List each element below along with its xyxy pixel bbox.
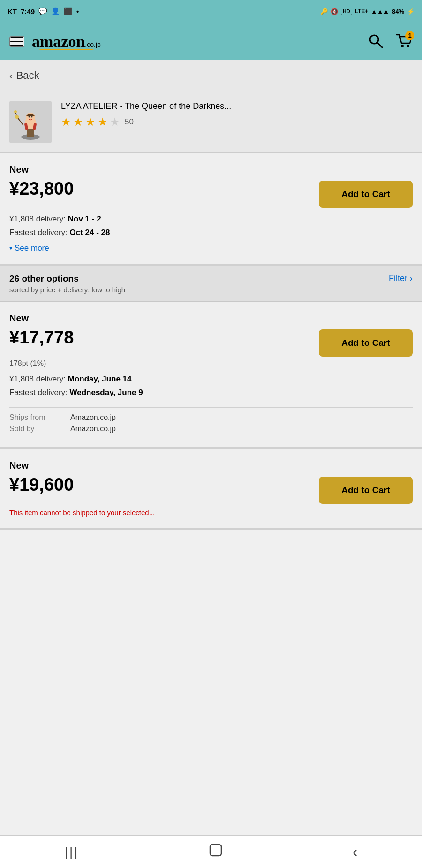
main-fastest-dates: Oct 24 - 28 (70, 228, 110, 237)
offer1-delivery-info: ¥1,808 delivery: Monday, June 14 Fastest… (9, 373, 413, 400)
product-header: LYZA ATELIER - The Queen of the Darknes.… (0, 91, 422, 153)
status-bar: KT 7:49 💬 👤 ⬛ • 🔑 🔇 HD LTE+ ▲▲▲ 84% ⚡ (0, 0, 422, 23)
back-label: Back (16, 69, 39, 82)
main-add-to-cart-button[interactable]: Add to Cart (319, 181, 413, 208)
offer1-sold-by: Amazon.co.jp (70, 425, 116, 433)
star-1-icon: ★ (61, 115, 71, 129)
battery-label: 84% (392, 8, 404, 15)
key-icon: 🔑 (320, 8, 328, 15)
main-delivery-price: ¥1,808 delivery: (9, 214, 66, 223)
see-more-label: See more (15, 244, 49, 253)
header-left: amazon.co.jp (9, 33, 101, 50)
svg-line-1 (377, 43, 382, 47)
main-delivery-dates: Nov 1 - 2 (68, 214, 101, 223)
hamburger-menu[interactable] (9, 36, 24, 47)
cart-count: 1 (405, 31, 414, 40)
product-info: LYZA ATELIER - The Queen of the Darknes.… (61, 101, 413, 129)
options-subtitle: sorted by price + delivery: low to high (9, 286, 413, 294)
mute-icon: 🔇 (331, 8, 338, 15)
svg-rect-16 (210, 845, 221, 856)
talk-icon: 💬 (38, 7, 47, 15)
amazon-logo: amazon.co.jp (32, 33, 101, 50)
main-offer-condition: New (9, 164, 413, 175)
main-offer-row: ¥23,800 Add to Cart (9, 179, 413, 208)
offer-item-1: New ¥17,778 Add to Cart 178pt (1%) ¥1,80… (0, 302, 422, 449)
offer2-price-block: ¥19,600 (9, 475, 309, 495)
offer1-seller-info: Ships from Amazon.co.jp Sold by Amazon.c… (9, 407, 413, 433)
product-title: LYZA ATELIER - The Queen of the Darknes.… (61, 101, 413, 112)
offer1-price-block: ¥17,778 (9, 327, 309, 348)
offer2-add-to-cart-button[interactable]: Add to Cart (319, 477, 413, 504)
chevron-down-icon: ▾ (9, 244, 13, 251)
cart-button[interactable]: 1 (395, 33, 413, 50)
star-3-icon: ★ (85, 115, 96, 129)
svg-point-2 (401, 45, 404, 47)
offer1-points: 178pt (1%) (9, 359, 413, 368)
media-icon: ⬛ (64, 7, 73, 15)
svg-point-15 (14, 110, 17, 113)
hd-icon: HD (341, 8, 352, 15)
offer2-error-msg: This item cannot be shipped to your sele… (9, 509, 413, 517)
star-4-icon: ★ (98, 115, 108, 129)
nav-menu-button[interactable]: ||| (65, 845, 79, 860)
back-chevron-icon: ‹ (9, 70, 13, 81)
svg-line-12 (17, 117, 23, 125)
signal-icon: ▲▲▲ (371, 8, 389, 15)
main-price-block: ¥23,800 (9, 179, 309, 199)
offer1-delivery-dates: Monday, June 14 (68, 374, 132, 383)
review-count: 50 (125, 117, 134, 127)
status-left: KT 7:49 💬 👤 ⬛ • (8, 7, 79, 15)
offer2-condition: New (9, 460, 413, 471)
see-more-link[interactable]: ▾ See more (9, 244, 49, 253)
offer1-fastest-dates: Wednesday, June 9 (70, 388, 143, 397)
offer-item-2: New ¥19,600 Add to Cart This item cannot… (0, 449, 422, 530)
star-5-icon: ★ (110, 115, 120, 129)
product-figure-icon (12, 103, 49, 141)
offer1-condition: New (9, 313, 413, 324)
ships-from-label: Ships from (9, 413, 70, 422)
battery-icon: ⚡ (407, 8, 414, 15)
status-right: 🔑 🔇 HD LTE+ ▲▲▲ 84% ⚡ (320, 8, 414, 15)
offer1-row: ¥17,778 Add to Cart (9, 327, 413, 357)
svg-point-10 (29, 116, 30, 118)
options-header-row: 26 other options Filter › (9, 274, 413, 284)
offer1-sold-by-row: Sold by Amazon.co.jp (9, 425, 413, 433)
search-button[interactable] (368, 33, 384, 50)
carrier-label: KT (8, 8, 17, 15)
offer2-row: ¥19,600 Add to Cart (9, 475, 413, 504)
nav-back-button[interactable]: ‹ (353, 843, 358, 860)
offer1-fastest-label: Fastest delivery: (9, 388, 68, 397)
star-2-icon: ★ (73, 115, 83, 129)
nav-home-icon (208, 843, 223, 858)
app-header: amazon.co.jp 1 (0, 23, 422, 60)
offer1-delivery-price: ¥1,808 delivery: (9, 374, 66, 383)
main-price: ¥23,800 (9, 179, 309, 199)
person-icon: 👤 (51, 7, 60, 15)
offer1-ships-from: Amazon.co.jp (70, 413, 116, 422)
offer1-price: ¥17,778 (9, 327, 309, 348)
back-bar[interactable]: ‹ Back (0, 60, 422, 91)
logo-text: amazon (32, 33, 85, 50)
time-label: 7:49 (21, 8, 35, 15)
offer1-add-to-cart-button[interactable]: Add to Cart (319, 329, 413, 357)
nav-home-button[interactable] (208, 843, 223, 861)
main-delivery-info: ¥1,808 delivery: Nov 1 - 2 Fastest deliv… (9, 213, 413, 240)
nav-menu-icon: ||| (65, 845, 79, 859)
nav-back-icon: ‹ (353, 843, 358, 860)
logo-domain: .co.jp (85, 41, 100, 48)
offer1-ships-from-row: Ships from Amazon.co.jp (9, 413, 413, 422)
dot-icon: • (76, 8, 79, 15)
star-rating: ★ ★ ★ ★ ★ 50 (61, 115, 413, 129)
search-icon (368, 33, 384, 49)
offer2-price: ¥19,600 (9, 475, 309, 495)
svg-point-13 (15, 115, 19, 119)
sold-by-label: Sold by (9, 425, 70, 433)
options-header: 26 other options Filter › sorted by pric… (0, 266, 422, 302)
main-fastest-label: Fastest delivery: (9, 228, 68, 237)
svg-point-11 (31, 116, 33, 118)
filter-link[interactable]: Filter › (389, 274, 413, 283)
svg-point-3 (407, 45, 409, 47)
lte-icon: LTE+ (355, 8, 369, 15)
header-right: 1 (368, 33, 413, 50)
bottom-nav: ||| ‹ (0, 835, 422, 868)
